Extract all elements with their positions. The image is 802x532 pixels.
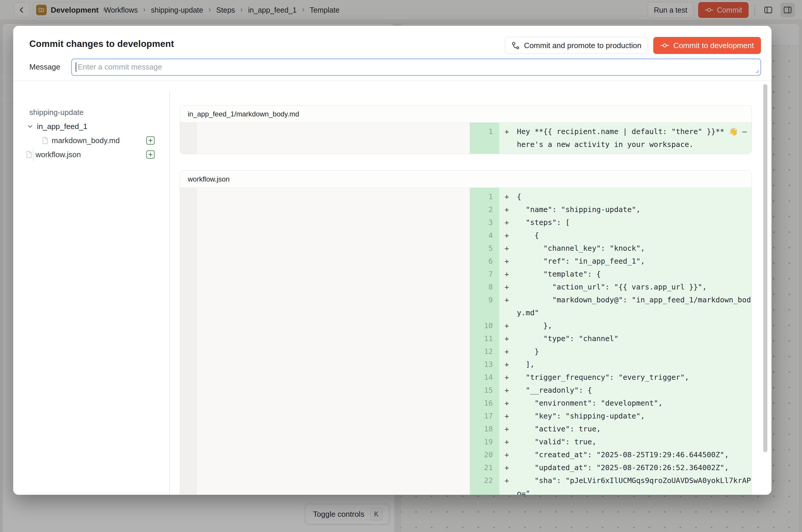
diff-added-marker: + — [499, 461, 517, 474]
diff-card: in_app_feed_1/markdown_body.md1+Hey **{{… — [180, 105, 752, 154]
modal-actions: Commit and promote to production Commit … — [505, 37, 761, 54]
diff-added-marker: + — [499, 410, 517, 423]
tree-file-markdown-body[interactable]: markdown_body.md — [25, 133, 165, 148]
diff-added-marker: + — [499, 371, 517, 384]
resize-grip-icon[interactable] — [755, 69, 760, 74]
diff-line-text: "created_at": "2025-08-25T19:29:46.64450… — [517, 449, 752, 461]
message-label: Message — [29, 62, 60, 72]
commit-message-input[interactable] — [71, 59, 761, 76]
diff-line-text: "__readonly": { — [517, 384, 752, 397]
diff-line-number: 16 — [470, 397, 499, 410]
diff-line-number-gutter — [470, 151, 499, 154]
changed-files-tree: shipping-update in_app_feed_1 markdown_b… — [25, 105, 165, 162]
diff-added-line: 5+ "channel_key": "knock", — [470, 242, 752, 255]
diff-line-number: 13 — [470, 358, 499, 371]
added-status-icon — [146, 136, 154, 145]
tree-root-workflow[interactable]: shipping-update — [25, 105, 165, 119]
diff-line-number: 1 — [470, 125, 499, 151]
diff-line-text: "sha": "pJeLVir6xIlUCMGqs9qroZoUAVDSwA0y… — [517, 474, 752, 495]
diff-line-number-gutter — [470, 122, 499, 125]
diff-added-marker: + — [499, 242, 517, 255]
diff-added-marker: + — [499, 384, 517, 397]
diff-line-text: "action_url": "{{ vars.app_url }}", — [517, 281, 752, 293]
diff-added-line: 7+ "template": { — [470, 268, 752, 281]
diff-added-marker: + — [499, 125, 517, 151]
diff-added-marker: + — [499, 268, 517, 281]
commit-and-promote-button[interactable]: Commit and promote to production — [505, 37, 648, 54]
diff-added-line: 20+ "created_at": "2025-08-25T19:29:46.6… — [470, 449, 752, 461]
diff-added-marker: + — [499, 474, 517, 495]
diff-line-number: 6 — [470, 255, 499, 268]
diff-pad-row — [470, 122, 752, 125]
commit-modal-body: shipping-update in_app_feed_1 markdown_b… — [13, 81, 771, 495]
promote-icon — [511, 41, 520, 50]
commit-icon — [660, 41, 669, 50]
diff-line-number: 1 — [470, 190, 499, 203]
diff-line-text: "key": "shipping-update", — [517, 410, 752, 423]
tree-folder-in-app-feed[interactable]: in_app_feed_1 — [25, 119, 165, 133]
diff-line-number: 8 — [470, 281, 499, 293]
diff-added-line: 22+ "sha": "pJeLVir6xIlUCMGqs9qroZoUAVDS… — [470, 474, 752, 495]
diff-added-line: 2+ "name": "shipping-update", — [470, 203, 752, 216]
diff-added-line: 1+Hey **{{ recipient.name | default: "th… — [470, 125, 752, 151]
chevron-down-icon — [27, 123, 34, 130]
diff-line-text: "ref": "in_app_feed_1", — [517, 255, 752, 268]
diff-new-side: 1+Hey **{{ recipient.name | default: "th… — [470, 122, 752, 154]
diff-added-line: 21+ "updated_at": "2025-08-26T20:26:52.3… — [470, 461, 752, 474]
file-icon — [25, 151, 33, 158]
diff-line-number: 9 — [470, 293, 499, 319]
diff-old-side — [180, 122, 470, 154]
diff-added-line: 9+ "markdown_body@": "in_app_feed_1/mark… — [470, 293, 752, 319]
diff-added-marker: + — [499, 423, 517, 436]
diff-card: workflow.json1+{2+ "name": "shipping-upd… — [180, 170, 752, 495]
modal-scrollbar-thumb[interactable] — [763, 84, 767, 452]
diff-line-text: "type": "channel" — [517, 332, 752, 345]
diff-added-marker: + — [499, 319, 517, 332]
commit-to-development-button[interactable]: Commit to development — [653, 37, 761, 54]
diff-line-text: { — [517, 229, 752, 242]
diff-old-side — [180, 188, 470, 495]
diff-added-line: 13+ ], — [470, 358, 752, 371]
diff-added-marker: + — [499, 255, 517, 268]
diff-file-name: in_app_feed_1/markdown_body.md — [180, 106, 751, 122]
diff-new-side: 1+{2+ "name": "shipping-update",3+ "step… — [470, 188, 752, 495]
tree-file-workflow-json[interactable]: workflow.json — [25, 148, 165, 162]
diff-line-text: "valid": true, — [517, 436, 752, 449]
diff-added-line: 18+ "active": true, — [470, 423, 752, 436]
diff-line-number: 15 — [470, 384, 499, 397]
diff-added-marker: + — [499, 436, 517, 449]
commit-message-row: Message — [29, 59, 761, 76]
diff-line-text: "updated_at": "2025-08-26T20:26:52.36400… — [517, 461, 752, 474]
diff-pad-row — [470, 188, 752, 190]
diff-pad-row — [470, 151, 752, 154]
diff-list: in_app_feed_1/markdown_body.md1+Hey **{{… — [180, 105, 752, 495]
diff-line-number: 7 — [470, 268, 499, 281]
diff-line-number: 21 — [470, 461, 499, 474]
diff-added-line: 19+ "valid": true, — [470, 436, 752, 449]
diff-added-line: 4+ { — [470, 229, 752, 242]
message-input-wrap — [71, 59, 761, 76]
diff-line-text: "environment": "development", — [517, 397, 752, 410]
diff-line-text: "trigger_frequency": "every_trigger", — [517, 371, 752, 384]
diff-added-marker: + — [499, 345, 517, 358]
diff-added-marker: + — [499, 229, 517, 242]
diff-line-number: 20 — [470, 449, 499, 461]
diff-line-number: 11 — [470, 332, 499, 345]
diff-line-number-gutter — [470, 188, 499, 190]
tree-indent-guide — [33, 148, 34, 161]
diff-added-line: 14+ "trigger_frequency": "every_trigger"… — [470, 371, 752, 384]
diff-line-text: "template": { — [517, 268, 752, 281]
diff-added-line: 3+ "steps": [ — [470, 216, 752, 229]
diff-added-marker: + — [499, 397, 517, 410]
diff-line-text: "active": true, — [517, 423, 752, 436]
tree-diff-divider — [169, 92, 170, 495]
diff-added-marker: + — [499, 358, 517, 371]
diff-line-text: "name": "shipping-update", — [517, 203, 752, 216]
diff-line-text: } — [517, 345, 752, 358]
diff-added-line: 1+{ — [470, 190, 752, 203]
file-icon — [42, 137, 49, 144]
diff-added-line: 17+ "key": "shipping-update", — [470, 410, 752, 423]
diff-line-text: "steps": [ — [517, 216, 752, 229]
diff-line-text: "markdown_body@": "in_app_feed_1/markdow… — [517, 293, 752, 319]
diff-added-marker: + — [499, 203, 517, 216]
